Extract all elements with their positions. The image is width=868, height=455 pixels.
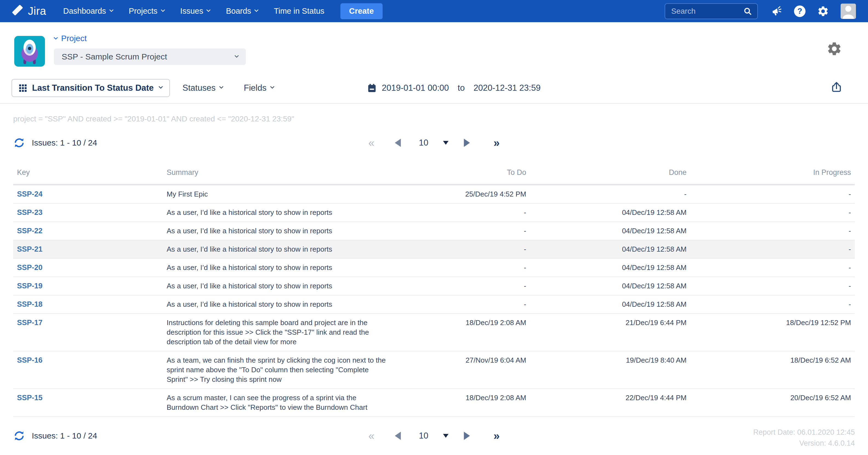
report-settings-gear-icon[interactable] xyxy=(826,41,842,58)
chevron-down-icon xyxy=(270,84,275,89)
chevron-down-icon xyxy=(254,8,259,12)
chevron-down-icon xyxy=(54,35,58,40)
done-date: 04/Dec/19 12:58 AM xyxy=(526,203,687,222)
project-select[interactable]: SSP - Sample Scrum Project xyxy=(54,49,246,65)
done-date: 19/Dec/19 8:40 AM xyxy=(526,351,687,389)
todo-date: - xyxy=(430,259,526,277)
issue-key-link[interactable]: SSP-23 xyxy=(17,208,42,216)
table-row[interactable]: SSP-17 Instructions for deleting this sa… xyxy=(13,313,855,351)
gear-icon[interactable] xyxy=(817,5,829,17)
chevron-down-icon xyxy=(219,84,224,89)
issue-key-link[interactable]: SSP-17 xyxy=(17,318,42,327)
issue-summary: As a user, I’d like a historical story t… xyxy=(167,281,430,291)
done-date: 04/Dec/19 12:58 AM xyxy=(526,295,687,313)
issue-key-link[interactable]: SSP-16 xyxy=(17,356,42,364)
done-date: 21/Dec/19 6:44 PM xyxy=(526,313,687,351)
nav-item-label: Dashboards xyxy=(63,7,106,16)
export-icon[interactable] xyxy=(830,81,843,95)
fields-label: Fields xyxy=(244,83,267,93)
report-type-label: Last Transition To Status Date xyxy=(32,83,154,93)
page-size-select[interactable]: 10 xyxy=(419,431,448,441)
table-row[interactable]: SSP-19 As a user, I’d like a historical … xyxy=(13,277,855,295)
table-row[interactable]: SSP-23 As a user, I’d like a historical … xyxy=(13,203,855,222)
caret-down-icon xyxy=(443,434,449,438)
inprogress-date: - xyxy=(687,240,855,259)
table-row[interactable]: SSP-21 As a user, I’d like a historical … xyxy=(13,240,855,259)
pager-next-button[interactable] xyxy=(464,432,470,440)
nav-item-boards[interactable]: Boards xyxy=(226,7,258,16)
user-avatar[interactable] xyxy=(841,4,856,19)
table-row[interactable]: SSP-24 My First Epic 25/Dec/19 4:52 PM -… xyxy=(13,185,855,204)
search-box[interactable] xyxy=(664,3,758,19)
pager-next-button[interactable] xyxy=(464,139,470,147)
create-button[interactable]: Create xyxy=(340,3,382,19)
pager-first-button[interactable]: « xyxy=(368,137,374,149)
issue-key-link[interactable]: SSP-19 xyxy=(17,282,42,290)
todo-date: - xyxy=(430,295,526,313)
todo-date: 18/Dec/19 2:08 AM xyxy=(430,389,526,417)
nav-item-issues[interactable]: Issues xyxy=(180,7,210,16)
inprogress-date: - xyxy=(687,295,855,313)
table-row[interactable]: SSP-16 As a team, we can finish the spri… xyxy=(13,351,855,389)
issue-key-link[interactable]: SSP-15 xyxy=(17,394,42,402)
jira-logo[interactable]: Jira xyxy=(12,5,46,18)
megaphone-icon[interactable] xyxy=(770,4,783,18)
inprogress-date: - xyxy=(687,185,855,204)
pagination-bottom: « 10 » xyxy=(368,427,500,445)
column-header-inprogress: In Progress xyxy=(687,164,855,185)
issue-key-link[interactable]: SSP-24 xyxy=(17,190,42,198)
table-row[interactable]: SSP-20 As a user, I’d like a historical … xyxy=(13,259,855,277)
chevron-down-icon xyxy=(110,8,114,12)
refresh-icon[interactable] xyxy=(13,430,25,442)
inprogress-date: - xyxy=(687,222,855,240)
issue-summary: As a user, I’d like a historical story t… xyxy=(167,208,430,217)
waffle-icon xyxy=(19,84,27,92)
date-range-picker[interactable]: 2019-01-01 00:00 to 2020-12-31 23:59 xyxy=(367,79,540,97)
help-icon[interactable]: ? xyxy=(794,5,806,17)
pager-prev-button[interactable] xyxy=(395,432,401,440)
date-to-word: to xyxy=(458,83,465,93)
done-date: 22/Dec/19 4:44 PM xyxy=(526,389,687,417)
filter-row: Last Transition To Status Date Statuses … xyxy=(11,79,857,97)
inprogress-date: 18/Dec/19 6:52 AM xyxy=(687,351,855,389)
fields-dropdown[interactable]: Fields xyxy=(244,83,274,93)
issue-summary: As a scrum master, I can see the progres… xyxy=(167,393,430,412)
page-size-value: 10 xyxy=(419,138,428,148)
issue-key-link[interactable]: SSP-22 xyxy=(17,227,42,235)
project-collapse-toggle[interactable]: Project xyxy=(54,34,87,43)
table-row[interactable]: SSP-15 As a scrum master, I can see the … xyxy=(13,389,855,417)
table-row[interactable]: SSP-22 As a user, I’d like a historical … xyxy=(13,222,855,240)
inprogress-date: - xyxy=(687,203,855,222)
pager-last-button[interactable]: » xyxy=(494,137,500,149)
time-in-status-page: Jira Dashboards Projects Issues Boards T… xyxy=(0,0,868,455)
column-header-summary: Summary xyxy=(167,164,430,185)
pager-prev-button[interactable] xyxy=(395,139,401,147)
issues-counter: Issues: 1 - 10 / 24 xyxy=(32,138,97,148)
nav-item-projects[interactable]: Projects xyxy=(129,7,164,16)
issues-counter: Issues: 1 - 10 / 24 xyxy=(32,431,97,441)
issue-key-link[interactable]: SSP-21 xyxy=(17,245,42,253)
issue-key-link[interactable]: SSP-18 xyxy=(17,300,42,308)
issue-summary: As a user, I’d like a historical story t… xyxy=(167,244,430,254)
report-meta: Report Date: 06.01.2020 12:45 Version: 4… xyxy=(753,427,855,449)
nav-item-dashboards[interactable]: Dashboards xyxy=(63,7,113,16)
issue-key-link[interactable]: SSP-20 xyxy=(17,264,42,272)
nav-item-label: Issues xyxy=(180,7,204,16)
search-input[interactable] xyxy=(671,7,740,16)
issue-summary: Instructions for deleting this sample bo… xyxy=(167,318,430,347)
chevron-down-icon xyxy=(161,8,165,12)
page-size-select[interactable]: 10 xyxy=(419,138,448,148)
report-type-dropdown[interactable]: Last Transition To Status Date xyxy=(11,79,170,97)
nav-item-label: Time in Status xyxy=(274,7,324,16)
issue-summary: As a user, I’d like a historical story t… xyxy=(167,300,430,309)
pager-last-button[interactable]: » xyxy=(494,430,500,442)
inprogress-date: 18/Dec/19 12:52 PM xyxy=(687,313,855,351)
statuses-dropdown[interactable]: Statuses xyxy=(183,83,223,93)
search-icon xyxy=(743,7,752,16)
nav-item-time-in-status[interactable]: Time in Status xyxy=(274,7,324,16)
done-date: 04/Dec/19 12:58 AM xyxy=(526,222,687,240)
project-avatar[interactable] xyxy=(14,36,45,67)
refresh-icon[interactable] xyxy=(13,137,25,149)
pager-first-button[interactable]: « xyxy=(368,430,374,442)
table-row[interactable]: SSP-18 As a user, I’d like a historical … xyxy=(13,295,855,313)
